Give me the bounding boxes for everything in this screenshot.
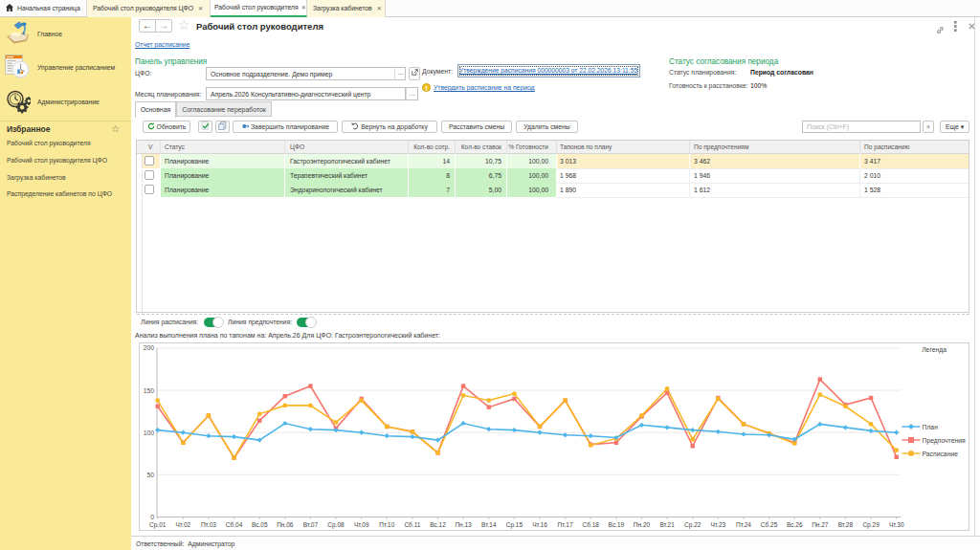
svg-text:Пт.24: Пт.24 — [736, 521, 751, 528]
svg-text:Ср.08: Ср.08 — [327, 521, 345, 529]
svg-text:Вт.07: Вт.07 — [303, 521, 319, 528]
svg-text:Ср.29: Ср.29 — [862, 521, 880, 529]
svg-text:Чт.30: Чт.30 — [889, 521, 904, 528]
svg-text:Пн.27: Пн.27 — [812, 521, 829, 528]
svg-text:Чт.16: Чт.16 — [532, 521, 547, 528]
svg-text:0: 0 — [150, 514, 154, 520]
svg-text:Вс.26: Вс.26 — [787, 521, 803, 528]
svg-text:100: 100 — [144, 429, 155, 436]
svg-text:Чт.09: Чт.09 — [354, 521, 369, 528]
svg-text:Вт.28: Вт.28 — [838, 521, 854, 528]
svg-text:Сб.18: Сб.18 — [582, 521, 599, 528]
svg-text:Пн.13: Пн.13 — [455, 521, 472, 528]
svg-text:Расписание: Расписание — [923, 451, 959, 457]
svg-text:Ср.22: Ср.22 — [684, 521, 702, 529]
svg-text:Пт.10: Пт.10 — [379, 521, 394, 528]
svg-text:Пн.06: Пн.06 — [277, 521, 294, 528]
svg-text:200: 200 — [144, 344, 155, 351]
svg-text:Вт.14: Вт.14 — [481, 521, 497, 528]
svg-text:План: План — [923, 424, 939, 430]
svg-text:Сб.11: Сб.11 — [404, 521, 420, 528]
svg-text:Сб.25: Сб.25 — [761, 521, 778, 528]
svg-text:Предпочтения: Предпочтения — [923, 437, 966, 445]
svg-text:150: 150 — [144, 387, 155, 394]
svg-text:Вс.05: Вс.05 — [252, 521, 268, 528]
svg-text:Вт.21: Вт.21 — [659, 521, 675, 528]
svg-text:Вс.12: Вс.12 — [430, 521, 446, 528]
svg-text:Ср.15: Ср.15 — [506, 521, 523, 529]
svg-text:Чт.23: Чт.23 — [710, 521, 725, 528]
svg-text:Вс.19: Вс.19 — [609, 521, 625, 528]
svg-text:50: 50 — [146, 472, 154, 478]
svg-text:Чт.02: Чт.02 — [175, 521, 190, 528]
svg-text:Легенда: Легенда — [922, 346, 947, 354]
svg-text:Пт.03: Пт.03 — [201, 521, 216, 528]
svg-text:Пн.20: Пн.20 — [634, 521, 651, 528]
svg-text:Пт.17: Пт.17 — [558, 521, 573, 528]
svg-text:Ср.01: Ср.01 — [149, 521, 167, 529]
svg-text:Сб.04: Сб.04 — [226, 521, 243, 528]
